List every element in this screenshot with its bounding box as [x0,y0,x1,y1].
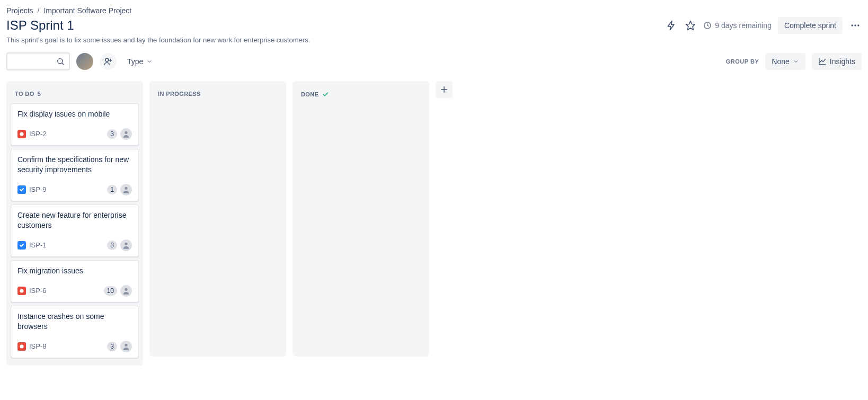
card-title: Create new feature for enterprise custom… [17,210,132,231]
card[interactable]: Fix migration issues ISP-6 10 [11,260,139,303]
column-header-done: DONE [297,85,425,104]
search-input-container[interactable] [6,52,70,70]
svg-point-14 [20,289,24,292]
card-title: Instance crashes on some browsers [17,312,132,332]
column-name: IN PROGRESS [158,91,201,97]
story-points: 3 [107,241,117,250]
star-icon[interactable] [684,19,697,32]
svg-point-4 [857,24,859,26]
story-points: 3 [107,342,117,351]
add-people-button[interactable] [100,53,117,70]
chevron-down-icon [793,58,799,65]
time-remaining: 9 days remaining [703,21,772,30]
card-key: ISP-2 [29,130,47,138]
svg-point-12 [125,186,127,189]
page-title: ISP Sprint 1 [6,18,74,33]
card[interactable]: Instance crashes on some browsers ISP-8 … [11,306,139,358]
unassigned-avatar[interactable] [120,184,132,195]
breadcrumb-projects[interactable]: Projects [6,6,33,15]
task-icon [17,241,26,250]
type-filter-label: Type [127,57,143,66]
breadcrumb: Projects / Important Software Project [6,6,862,15]
column-header-inprogress: IN PROGRESS [154,85,282,103]
sprint-goal: This sprint's goal is to fix some issues… [6,36,862,44]
plus-icon [439,85,449,94]
card[interactable]: Create new feature for enterprise custom… [11,205,139,257]
svg-point-15 [125,288,127,290]
check-icon [322,91,329,98]
svg-marker-0 [686,21,695,30]
bug-icon [17,130,26,138]
groupby-label: GROUP BY [726,58,759,65]
complete-sprint-button[interactable]: Complete sprint [778,17,843,34]
unassigned-avatar[interactable] [120,128,132,140]
breadcrumb-separator: / [38,6,40,15]
card[interactable]: Confirm the specifications for new secur… [11,149,139,201]
column-name: DONE [301,91,318,97]
insights-button[interactable]: Insights [812,53,862,70]
svg-point-7 [105,58,109,61]
insights-label: Insights [830,57,855,66]
column-inprogress[interactable]: IN PROGRESS [149,81,286,357]
clock-icon [703,21,712,30]
unassigned-avatar[interactable] [120,341,132,352]
column-header-todo: TO DO 5 [11,85,139,103]
svg-point-11 [125,131,127,134]
story-points: 10 [104,286,117,296]
search-icon [56,57,65,66]
groupby-select[interactable]: None [765,53,805,70]
bug-icon [17,287,26,295]
search-input[interactable] [12,57,56,66]
card-key: ISP-1 [29,241,47,249]
unassigned-avatar[interactable] [120,285,132,297]
svg-point-16 [20,344,24,348]
add-column-button[interactable] [436,81,453,98]
svg-line-6 [62,63,64,65]
svg-point-17 [125,343,127,346]
unassigned-avatar[interactable] [120,239,132,251]
svg-point-13 [125,243,127,245]
task-icon [17,185,26,194]
card-title: Confirm the specifications for new secur… [17,155,132,175]
card[interactable]: Fix display issues on mobile ISP-2 3 [11,103,139,146]
story-points: 1 [107,185,117,194]
breadcrumb-project-name[interactable]: Important Software Project [43,6,131,15]
card-title: Fix migration issues [17,266,132,277]
bolt-icon[interactable] [665,19,678,32]
svg-point-3 [854,24,856,26]
card-key: ISP-6 [29,287,47,295]
card-key: ISP-9 [29,185,47,193]
svg-point-10 [20,132,24,136]
card-key: ISP-8 [29,342,47,350]
column-count: 5 [38,91,41,97]
column-done[interactable]: DONE [293,81,429,357]
time-remaining-text: 9 days remaining [715,21,772,30]
story-points: 3 [107,129,117,139]
user-avatar[interactable] [76,53,93,70]
column-todo[interactable]: TO DO 5 Fix display issues on mobile ISP… [6,81,143,366]
type-filter[interactable]: Type [123,54,157,69]
card-title: Fix display issues on mobile [17,109,132,120]
svg-point-2 [852,24,853,26]
groupby-value: None [772,57,789,66]
bug-icon [17,342,26,351]
chart-icon [818,57,827,66]
chevron-down-icon [146,58,153,65]
more-icon[interactable] [849,19,862,32]
board: TO DO 5 Fix display issues on mobile ISP… [6,81,862,366]
column-name: TO DO [15,91,34,97]
